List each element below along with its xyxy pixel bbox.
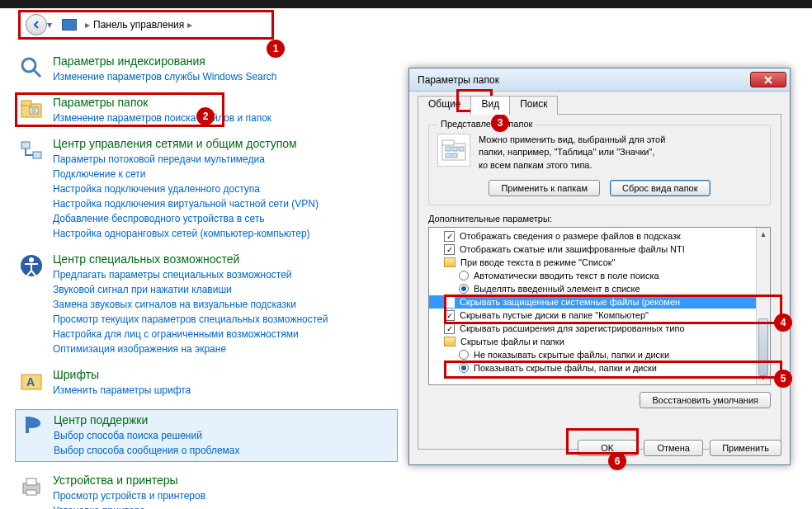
callout-2: 2	[196, 107, 215, 125]
reset-folder-view-button[interactable]: Сброс вида папок	[610, 180, 710, 196]
dialog-footer: OK Отмена Применить	[418, 440, 781, 456]
cp-link[interactable]: Изменение параметров службы Windows Sear…	[53, 69, 276, 84]
devices-printers-icon	[18, 474, 45, 500]
checkbox-icon[interactable]: ✓	[444, 231, 455, 242]
cp-title[interactable]: Центр специальных возможностей	[53, 252, 328, 266]
cp-link[interactable]: Замена звуковых сигналов на визуальные п…	[53, 297, 328, 312]
breadcrumb-sep-icon: ▸	[187, 19, 192, 31]
cp-title[interactable]: Параметры индексирования	[53, 54, 276, 68]
cp-section-ease-of-access: Центр специальных возможностей Предлагат…	[18, 252, 398, 356]
checkbox-icon[interactable]: ✓	[444, 244, 455, 255]
svg-rect-5	[21, 142, 30, 148]
cp-link[interactable]: Оптимизация изображения на экране	[53, 342, 328, 356]
cp-link[interactable]: Просмотр текущих параметров специальных …	[53, 312, 328, 327]
cp-title[interactable]: Шрифты	[53, 368, 191, 381]
folder-icon	[444, 337, 456, 346]
svg-rect-18	[452, 147, 457, 151]
list-row[interactable]: Показывать скрытые файлы, папки и диски	[429, 361, 770, 375]
list-row-label: Отображать сжатые или зашифрованные файл…	[460, 244, 685, 254]
list-row-label: При вводе текста в режиме "Список"	[460, 257, 615, 267]
svg-text:A: A	[26, 375, 35, 389]
radio-icon[interactable]	[459, 350, 469, 360]
breadcrumb-sep-icon: ▸	[85, 19, 90, 31]
radio-icon[interactable]	[459, 284, 469, 294]
nav-history-dropdown-icon[interactable]: ▾	[47, 19, 59, 31]
list-row[interactable]: ✓Отображать сведения о размере файлов в …	[429, 229, 770, 243]
tab-search[interactable]: Поиск	[509, 96, 558, 115]
callout-3: 3	[491, 114, 509, 132]
address-bar[interactable]: ▾ ▸ Панель управления ▸	[18, 10, 274, 40]
cp-title[interactable]: Устройства и принтеры	[53, 474, 264, 487]
checkbox-icon[interactable]: ✓	[444, 310, 455, 321]
list-row-label: Скрывать защищенные системные файлы (рек…	[460, 297, 680, 307]
list-row-label: Скрытые файлы и папки	[460, 337, 564, 346]
cp-link[interactable]: Настройка для лиц с ограниченными возмож…	[53, 327, 328, 342]
dialog-titlebar[interactable]: Параметры папок	[409, 68, 790, 92]
list-row[interactable]: ✓Скрывать расширения для зарегистрирован…	[429, 322, 770, 335]
list-row[interactable]: ✓Отображать сжатые или зашифрованные фай…	[429, 243, 770, 256]
cp-title[interactable]: Центр управления сетями и общим доступом	[53, 137, 319, 150]
breadcrumb-text[interactable]: Панель управления	[93, 19, 184, 31]
cp-link[interactable]: Просмотр устройств и принтеров	[53, 488, 264, 503]
list-row[interactable]: Скрывать защищенные системные файлы (рек…	[429, 295, 770, 309]
svg-point-8	[29, 257, 34, 262]
cp-link[interactable]: Звуковой сигнал при нажатии клавиши	[53, 282, 328, 297]
cp-title[interactable]: Параметры папок	[53, 96, 271, 109]
list-row[interactable]: Скрытые файлы и папки	[429, 335, 770, 348]
list-row[interactable]: Выделять введенный элемент в списке	[429, 282, 770, 295]
cp-link[interactable]: Выбор способа поиска решений	[54, 428, 240, 443]
cp-link[interactable]: Выбор способа сообщения о проблемах	[54, 443, 240, 458]
nav-back-button[interactable]	[26, 14, 47, 35]
list-row-label: Не показывать скрытые файлы, папки и дис…	[474, 350, 669, 360]
network-icon	[18, 137, 45, 163]
folder-view-group: Представление папок Можно применить вид,…	[428, 125, 771, 205]
cp-link[interactable]: Изменение параметров поиска файлов и пап…	[53, 111, 271, 125]
cp-section-indexing: Параметры индексирования Изменение парам…	[18, 54, 398, 84]
group-description: Можно применить вид, выбранный для этой …	[479, 134, 762, 172]
svg-rect-19	[459, 147, 464, 151]
list-row[interactable]: При вводе текста в режиме "Список"	[429, 256, 770, 269]
svg-rect-16	[442, 140, 454, 145]
listbox-scrollbar[interactable]: ▲ ▼	[756, 228, 770, 384]
cp-link[interactable]: Подключение к сети	[53, 167, 319, 181]
ok-button[interactable]: OK	[578, 440, 637, 456]
checkbox-icon[interactable]: ✓	[444, 323, 455, 334]
cp-section-network: Центр управления сетями и общим доступом…	[18, 137, 398, 241]
tab-general[interactable]: Общие	[418, 96, 471, 115]
cp-title[interactable]: Центр поддержки	[54, 413, 240, 427]
cp-link[interactable]: Изменить параметры шрифта	[53, 383, 191, 398]
cp-link[interactable]: Добавление беспроводного устройства в се…	[53, 211, 319, 226]
cancel-button[interactable]: Отмена	[644, 440, 703, 456]
radio-icon[interactable]	[459, 363, 469, 373]
list-row[interactable]: Не показывать скрытые файлы, папки и дис…	[429, 348, 770, 361]
tab-view[interactable]: Вид	[470, 96, 510, 115]
scroll-thumb[interactable]	[758, 318, 768, 376]
cp-link[interactable]: Настройка подключения виртуальной частно…	[53, 196, 319, 211]
radio-icon[interactable]	[459, 271, 469, 280]
list-row[interactable]: ✓Скрывать пустые диски в папке "Компьюте…	[429, 309, 770, 322]
cp-link[interactable]: Настройка одноранговых сетей (компьютер-…	[53, 226, 319, 241]
cp-link[interactable]: Параметры потоковой передачи мультимедиа	[53, 152, 319, 167]
restore-defaults-button[interactable]: Восстановить умолчания	[640, 392, 771, 408]
cp-section-action-center[interactable]: Центр поддержки Выбор способа поиска реш…	[15, 409, 398, 462]
apply-button[interactable]: Применить	[710, 440, 781, 456]
cp-link[interactable]: Установка принтера	[53, 503, 264, 509]
fonts-icon: A	[18, 368, 45, 394]
action-center-icon	[19, 413, 45, 440]
apply-to-folders-button[interactable]: Применить к папкам	[489, 180, 600, 196]
scroll-up-icon[interactable]: ▲	[757, 228, 770, 241]
folder-icon	[444, 257, 456, 267]
group-legend: Представление папок	[437, 119, 536, 129]
list-row[interactable]: Автоматически вводить текст в поле поиск…	[429, 269, 770, 282]
advanced-params-listbox[interactable]: ✓Отображать сведения о размере файлов в …	[428, 227, 771, 385]
checkbox-icon[interactable]	[444, 297, 455, 308]
svg-rect-6	[33, 152, 41, 158]
cp-link[interactable]: Предлагать параметры специальных возможн…	[53, 267, 328, 282]
cp-link[interactable]: Настройка подключения удаленного доступа	[53, 181, 319, 196]
svg-rect-11	[26, 417, 29, 433]
svg-point-0	[22, 59, 35, 72]
scroll-down-icon[interactable]: ▼	[757, 371, 770, 384]
callout-5: 5	[774, 370, 792, 388]
close-button[interactable]	[750, 72, 786, 87]
list-row-label: Скрывать расширения для зарегистрированн…	[460, 323, 685, 333]
